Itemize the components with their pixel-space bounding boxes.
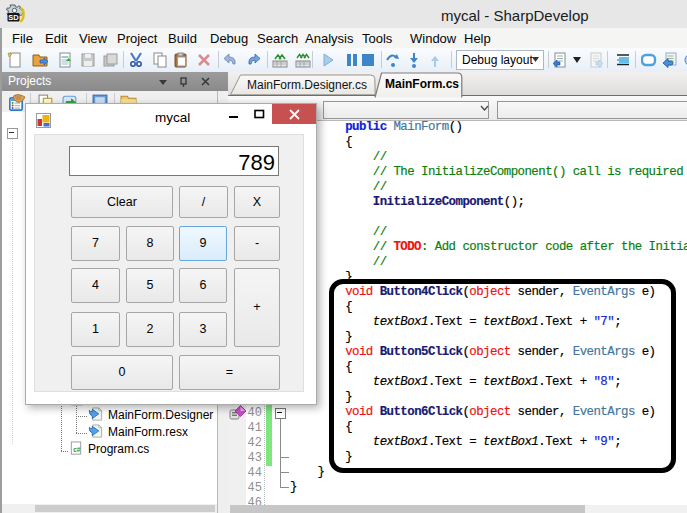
svg-text:SD: SD [8, 13, 19, 22]
svg-text:c#: c# [73, 446, 81, 453]
